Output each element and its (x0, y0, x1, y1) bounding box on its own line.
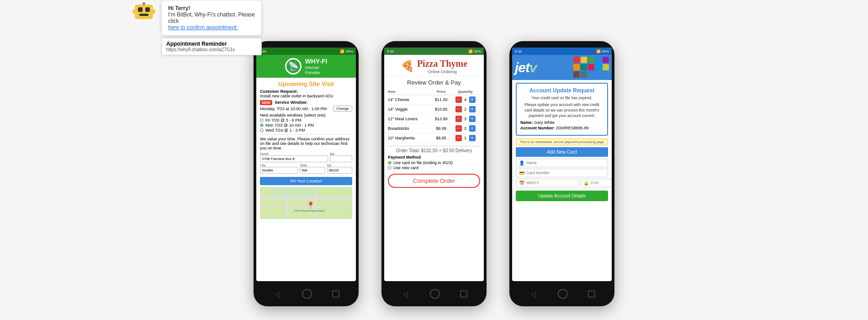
jetv-square (603, 64, 609, 70)
radio-option-2[interactable]: Mon 7/23 @ 10 AM - 1 PM (260, 123, 352, 128)
chat-bubble[interactable]: Hi Terry! I'm BitBot, Why-Fi's chatbot. … (161, 0, 262, 36)
back-button-2[interactable] (401, 289, 410, 299)
next-available-label: Next available windows (select one): (260, 113, 352, 117)
svg-rect-0 (135, 5, 153, 19)
order-row: 12" Meat Lovers $13.99 − 3 + (388, 114, 480, 124)
cvv-field: 🔒 (580, 179, 612, 187)
jetv-content: Account Update Request Your credit card … (512, 80, 612, 204)
qty-plus[interactable]: + (469, 106, 476, 112)
update-account-button[interactable]: Update Account Details (516, 191, 608, 201)
service-window-label: Service Window: (275, 100, 307, 105)
card-number-field: 💳 (516, 169, 608, 177)
radio-option-3[interactable]: Wed 7/24 @ 1 - 3 PM (260, 128, 352, 133)
qty-minus[interactable]: − (455, 116, 462, 122)
qty-plus[interactable]: + (469, 96, 476, 103)
pay-option-2[interactable]: Use new card (388, 165, 480, 170)
recents-button-3[interactable] (588, 290, 595, 298)
complete-order-button[interactable]: Complete Order (388, 174, 480, 188)
chatbot-popup: Hi Terry! I'm BitBot, Why-Fi's chatbot. … (132, 0, 262, 55)
tooltip-url: https://whyfi.chatbox.com/a27G1s (166, 47, 257, 52)
qty-minus[interactable]: − (455, 106, 462, 112)
order-table: Item Price Quantity 14" Cheese $11.50 − … (388, 89, 480, 143)
svg-rect-3 (139, 14, 148, 16)
jetv-square (588, 64, 594, 70)
back-button-1[interactable] (273, 289, 282, 299)
pizza-icon: 🍕 (401, 60, 414, 73)
payment-method-label: Payment Method (388, 155, 480, 160)
pizza-header: 🍕 Pizza Thyme Online Ordering (384, 55, 484, 76)
pizza-logo: 🍕 Pizza Thyme Online Ordering (387, 59, 481, 74)
order-row: 14" Veggie $10.85 − 2 + (388, 105, 480, 114)
jetv-square (581, 64, 587, 70)
account-update-title: Account Update Request (520, 87, 603, 94)
jetv-squares (573, 57, 610, 78)
pizza-content: Review Order & Pay Item Price Quantity 1… (384, 76, 484, 191)
cvv-input[interactable] (591, 181, 612, 185)
qty-minus[interactable]: − (455, 96, 462, 103)
add-card-button[interactable]: Add New Card (516, 147, 608, 157)
name-field: 👤 (516, 159, 608, 167)
col-item: Item (388, 89, 432, 95)
time-2: 9:34 (387, 49, 394, 53)
radio-option-1[interactable]: Fri 7/20 @ 3 - 6 PM (260, 118, 352, 123)
jetv-square (581, 71, 587, 78)
payment-method: Payment Method Use card on file (ending … (388, 155, 480, 170)
jetv-square (588, 57, 594, 63)
radio-label-2: Mon 7/23 @ 10 AM - 1 PM (265, 123, 314, 128)
mmyy-input[interactable] (526, 181, 575, 185)
name-value: Gary White (534, 120, 555, 125)
update-text: Please update your account with new cred… (520, 102, 603, 119)
street-input[interactable] (260, 155, 328, 162)
order-total: Order Total: $132.50 + $3.50 Delivery (388, 146, 480, 153)
battery-1: 96% (346, 49, 353, 53)
qty-plus[interactable]: + (469, 125, 476, 132)
whyfi-text: WHY-FI Internet Provider (305, 58, 328, 75)
phone-whyfi-screen: 9:34 📶 96% 📡 WHY-FI Internet Provider (256, 48, 356, 281)
map-pin: 📍 (306, 201, 315, 210)
zip-input[interactable] (327, 167, 352, 174)
service-window-value-row: Monday, 7/23 at 10:00 AM - 1:00 PM Chang… (260, 106, 352, 112)
qty-plus[interactable]: + (469, 135, 476, 141)
home-button-3[interactable] (558, 289, 568, 299)
apt-input[interactable] (330, 155, 353, 162)
state-input[interactable] (300, 167, 325, 174)
home-button-1[interactable] (302, 289, 312, 299)
jetv-logo: jetv (515, 60, 537, 75)
radio-circle-3[interactable] (260, 128, 264, 132)
pay-label-2: Use new card (393, 165, 418, 170)
pay-radio-1[interactable] (388, 161, 392, 165)
qty-plus[interactable]: + (469, 116, 476, 122)
whyfi-sub1: Internet (305, 65, 328, 70)
state-label: State (300, 164, 325, 167)
status-bar-3: 9:34 📶 96% (512, 48, 612, 55)
name-input[interactable] (526, 160, 605, 165)
phone-bottom-2 (381, 281, 487, 306)
city-input[interactable] (260, 167, 298, 174)
card-number-input[interactable] (526, 171, 605, 175)
name-label: Name: (520, 120, 533, 125)
svg-rect-10 (315, 188, 318, 218)
radio-circle-1[interactable] (260, 118, 264, 122)
qty-minus[interactable]: − (455, 135, 462, 141)
recents-button-1[interactable] (332, 290, 339, 298)
radio-circle-2[interactable] (260, 123, 264, 127)
review-title: Review Order & Pay (388, 79, 480, 86)
phone-pizza-screen: 9:34 📶 96% 🍕 Pizza Thyme Online Ordering… (384, 48, 484, 281)
account-update-box: Account Update Request Your credit card … (516, 83, 608, 136)
home-button-2[interactable] (430, 289, 440, 299)
pizza-sub: Online Ordering (417, 69, 467, 74)
order-row: 14" Cheese $11.50 − 4 + (388, 95, 480, 105)
back-button-3[interactable] (529, 289, 538, 299)
status-bar-2: 9:34 📶 96% (384, 48, 484, 55)
card-icon: 💳 (519, 171, 524, 176)
change-button[interactable]: Change (333, 106, 352, 112)
recents-button-2[interactable] (460, 290, 467, 298)
pay-option-1[interactable]: Use card on file (ending in 4523) (388, 160, 480, 165)
pin-button[interactable]: Pin Your Location (260, 177, 352, 185)
account-number-value: 2000RES8895-89 (556, 126, 589, 130)
time-3: 9:34 (515, 49, 522, 53)
apt-label: Apt (330, 152, 353, 155)
jetv-square (595, 64, 602, 70)
qty-minus[interactable]: − (455, 125, 462, 132)
pay-radio-2[interactable] (388, 166, 392, 170)
